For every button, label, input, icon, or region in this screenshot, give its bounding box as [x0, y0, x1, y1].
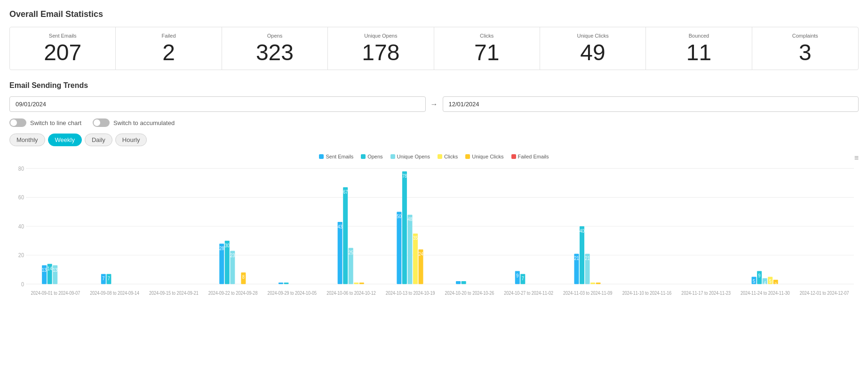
- date-to-input[interactable]: [443, 96, 859, 112]
- chart-legend: Sent EmailsOpensUnique OpensClicksUnique…: [9, 154, 859, 159]
- stat-value: 71: [442, 41, 532, 64]
- legend-dot: [390, 154, 395, 159]
- svg-rect-50: [413, 234, 418, 284]
- svg-text:2024-11-03 to 2024-11-09: 2024-11-03 to 2024-11-09: [563, 290, 613, 296]
- svg-text:9: 9: [516, 273, 518, 279]
- svg-text:2024-11-17 to 2024-11-23: 2024-11-17 to 2024-11-23: [681, 290, 731, 296]
- legend-label: Clicks: [444, 154, 458, 159]
- legend-dot: [465, 154, 470, 159]
- period-btn-monthly[interactable]: Monthly: [9, 134, 45, 146]
- legend-label: Opens: [367, 154, 382, 159]
- chart-container: Sent EmailsOpensUnique OpensClicksUnique…: [9, 154, 859, 315]
- svg-text:78: 78: [402, 173, 407, 179]
- svg-text:2024-09-22 to 2024-09-28: 2024-09-22 to 2024-09-28: [208, 290, 258, 296]
- svg-text:43: 43: [338, 224, 342, 229]
- stat-cell-clicks: Clicks71: [434, 27, 540, 70]
- stat-label: Opens: [230, 33, 320, 39]
- legend-label: Unique Clicks: [472, 154, 503, 159]
- svg-text:14: 14: [48, 266, 53, 271]
- svg-text:3: 3: [774, 282, 777, 287]
- stat-label: Unique Clicks: [548, 33, 638, 39]
- svg-text:0: 0: [21, 281, 24, 288]
- svg-text:23: 23: [230, 253, 235, 259]
- svg-rect-55: [456, 281, 461, 284]
- svg-text:13: 13: [42, 267, 47, 273]
- accumulated-toggle-label: Switch to accumulated: [113, 119, 175, 126]
- svg-rect-46: [402, 172, 407, 284]
- svg-text:13: 13: [53, 267, 57, 273]
- svg-text:2024-09-15 to 2024-09-21: 2024-09-15 to 2024-09-21: [149, 290, 199, 296]
- period-btn-weekly[interactable]: Weekly: [48, 134, 82, 146]
- period-btn-daily[interactable]: Daily: [85, 134, 112, 146]
- legend-item-clicks: Clicks: [438, 154, 458, 159]
- svg-text:21: 21: [585, 256, 590, 261]
- trends-section-title: Email Sending Trends: [9, 81, 859, 90]
- stat-cell-opens: Opens323: [222, 27, 328, 70]
- svg-text:7: 7: [102, 276, 104, 282]
- svg-text:5: 5: [753, 279, 755, 284]
- stat-label: Complaints: [760, 33, 851, 39]
- legend-label: Sent Emails: [326, 154, 353, 159]
- date-range-row: →: [9, 96, 859, 112]
- svg-text:67: 67: [343, 189, 348, 195]
- stat-value: 2: [123, 41, 214, 64]
- stat-label: Failed: [123, 33, 214, 39]
- stat-label: Unique Opens: [335, 33, 426, 39]
- accumulated-toggle[interactable]: [93, 118, 110, 127]
- period-btn-hourly[interactable]: Hourly: [115, 134, 147, 146]
- chart-menu-icon[interactable]: ≡: [854, 154, 859, 162]
- line-chart-toggle-label: Switch to line chart: [30, 119, 81, 126]
- svg-text:40: 40: [18, 223, 24, 230]
- line-chart-toggle[interactable]: [9, 118, 26, 127]
- stat-cell-sent-emails: Sent Emails207: [10, 27, 116, 70]
- svg-text:24: 24: [418, 252, 423, 257]
- stat-value: 11: [653, 41, 744, 64]
- svg-text:5: 5: [769, 279, 772, 284]
- svg-text:2024-10-06 to 2024-10-12: 2024-10-06 to 2024-10-12: [326, 290, 376, 296]
- legend-item-unique-clicks: Unique Clicks: [465, 154, 503, 159]
- svg-rect-69: [590, 283, 595, 284]
- svg-rect-37: [343, 187, 348, 284]
- stat-value: 323: [230, 41, 320, 64]
- svg-rect-33: [284, 283, 288, 284]
- svg-text:21: 21: [574, 256, 579, 261]
- svg-rect-35: [338, 222, 342, 284]
- stat-value: 207: [17, 41, 108, 64]
- page-title: Overall Email Statistics: [9, 9, 859, 19]
- accumulated-toggle-group: Switch to accumulated: [93, 118, 175, 127]
- svg-text:2024-10-13 to 2024-10-19: 2024-10-13 to 2024-10-19: [386, 290, 435, 296]
- svg-rect-42: [359, 283, 364, 284]
- legend-item-sent-emails: Sent Emails: [319, 154, 353, 159]
- legend-dot: [319, 154, 324, 159]
- stat-cell-bounced: Bounced11: [646, 27, 752, 70]
- svg-text:28: 28: [219, 245, 224, 251]
- svg-text:35: 35: [413, 236, 418, 241]
- stat-label: Sent Emails: [17, 33, 108, 39]
- legend-item-opens: Opens: [361, 154, 382, 159]
- stat-value: 3: [760, 41, 851, 64]
- svg-text:40: 40: [580, 228, 584, 234]
- svg-text:25: 25: [349, 250, 353, 256]
- stat-value: 49: [548, 41, 638, 64]
- stat-cell-failed: Failed2: [116, 27, 222, 70]
- date-from-input[interactable]: [9, 96, 426, 112]
- period-buttons: MonthlyWeeklyDailyHourly: [9, 134, 859, 146]
- svg-text:50: 50: [397, 214, 401, 220]
- svg-rect-32: [279, 283, 283, 284]
- svg-text:60: 60: [18, 194, 24, 201]
- svg-rect-65: [580, 226, 584, 284]
- stat-cell-unique-clicks: Unique Clicks49: [540, 27, 646, 70]
- svg-rect-44: [397, 212, 401, 284]
- legend-item-failed-emails: Failed Emails: [511, 154, 549, 159]
- svg-text:2024-12-01 to 2024-12-07: 2024-12-01 to 2024-12-07: [800, 290, 849, 296]
- svg-text:8: 8: [242, 275, 245, 280]
- svg-text:9: 9: [758, 273, 761, 279]
- svg-rect-48: [407, 215, 412, 284]
- svg-text:20: 20: [18, 252, 24, 259]
- arrow-icon: →: [430, 100, 438, 109]
- stat-cell-complaints: Complaints3: [752, 27, 858, 70]
- stat-cell-unique-opens: Unique Opens178: [328, 27, 434, 70]
- svg-rect-70: [596, 283, 601, 284]
- svg-text:2024-10-27 to 2024-11-02: 2024-10-27 to 2024-11-02: [504, 290, 553, 296]
- legend-item-unique-opens: Unique Opens: [390, 154, 430, 159]
